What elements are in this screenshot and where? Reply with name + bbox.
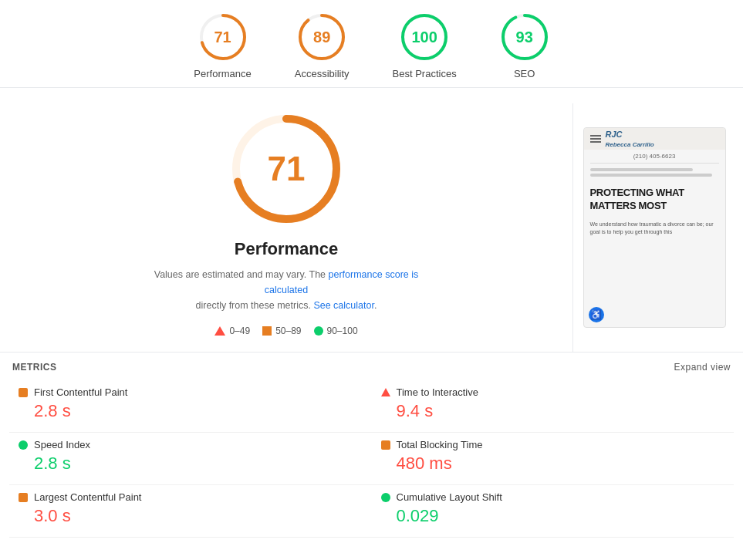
metrics-section: METRICS Expand view First Contentful Pai… — [0, 352, 743, 538]
accessibility-label: Accessibility — [295, 68, 350, 79]
fcp-icon — [19, 388, 28, 397]
accessibility-circle: 89 — [297, 12, 346, 62]
score-item-accessibility[interactable]: 89 Accessibility — [273, 12, 371, 79]
good-range: 90–100 — [327, 326, 358, 336]
legend-good: 90–100 — [314, 326, 358, 336]
tti-icon — [381, 388, 390, 396]
tti-label: Time to Interactive — [397, 386, 478, 398]
desc-mid2: directly from these metrics. — [196, 300, 311, 311]
main-content: 71 Performance Values are estimated and … — [0, 88, 743, 352]
tbt-label: Total Blocking Time — [397, 439, 483, 450]
si-value: 2.8 s — [19, 454, 363, 474]
accessibility-score: 89 — [313, 29, 330, 46]
metrics-title: METRICS — [12, 362, 57, 373]
best-practices-score: 100 — [411, 29, 437, 46]
cls-label: Cumulative Layout Shift — [397, 491, 502, 503]
screenshot-divider — [590, 163, 719, 164]
best-practices-label: Best Practices — [393, 68, 457, 79]
big-performance-circle: 71 — [228, 111, 344, 227]
screenshot-lines — [584, 165, 725, 182]
good-icon — [314, 326, 323, 336]
seo-circle: 93 — [500, 12, 549, 62]
si-label: Speed Index — [34, 439, 90, 450]
average-icon — [262, 326, 272, 336]
tbt-value: 480 ms — [381, 454, 725, 474]
left-panel: 71 Performance Values are estimated and … — [0, 103, 572, 352]
big-performance-score: 71 — [268, 150, 306, 188]
metric-tbt-header: Total Blocking Time — [381, 439, 725, 450]
hamburger-icon — [590, 135, 601, 143]
fail-icon — [214, 326, 225, 336]
screenshot-nav: RJCRebecca Carrillo — [584, 128, 725, 150]
performance-title: Performance — [235, 239, 339, 259]
seo-score: 93 — [516, 29, 533, 46]
score-bar: 71 Performance 89 Accessibility 100 Best… — [0, 0, 743, 88]
metric-si: Speed Index 2.8 s — [9, 433, 372, 485]
score-item-seo[interactable]: 93 SEO — [478, 12, 571, 79]
legend-fail: 0–49 — [214, 326, 250, 336]
fcp-value: 2.8 s — [19, 401, 363, 421]
calculator-link[interactable]: See calculator — [313, 300, 374, 311]
metric-tti: Time to Interactive 9.4 s — [372, 380, 735, 433]
si-icon — [19, 440, 28, 450]
performance-label: Performance — [194, 68, 251, 79]
metric-lcp-header: Largest Contentful Paint — [19, 491, 363, 503]
performance-description: Values are estimated and may vary. The p… — [151, 267, 421, 313]
score-item-best-practices[interactable]: 100 Best Practices — [371, 12, 478, 79]
lcp-label: Largest Contentful Paint — [34, 491, 141, 503]
performance-score: 71 — [214, 29, 231, 46]
page-screenshot: RJCRebecca Carrillo (210) 405-6623 PROTE… — [583, 127, 726, 328]
lcp-value: 3.0 s — [19, 506, 363, 526]
seo-label: SEO — [514, 68, 535, 79]
performance-circle: 71 — [198, 12, 248, 62]
line1 — [590, 168, 694, 171]
metrics-grid: First Contentful Paint 2.8 s Time to Int… — [9, 380, 734, 538]
metric-lcp: Largest Contentful Paint 3.0 s — [9, 485, 372, 538]
expand-view-button[interactable]: Expand view — [674, 362, 731, 373]
fail-range: 0–49 — [229, 326, 250, 336]
metric-tti-header: Time to Interactive — [381, 386, 725, 398]
cls-icon — [381, 493, 390, 502]
average-range: 50–89 — [275, 326, 301, 336]
screenshot-phone: (210) 405-6623 — [584, 150, 725, 161]
metric-fcp: First Contentful Paint 2.8 s — [9, 380, 372, 433]
lcp-icon — [19, 493, 28, 502]
right-panel: RJCRebecca Carrillo (210) 405-6623 PROTE… — [573, 103, 743, 352]
fcp-label: First Contentful Paint — [34, 386, 127, 398]
score-legend: 0–49 50–89 90–100 — [214, 326, 357, 336]
metrics-header: METRICS Expand view — [9, 353, 734, 380]
metric-si-header: Speed Index — [19, 439, 363, 450]
screenshot-sub: We understand how traumatic a divorce ca… — [584, 218, 725, 239]
desc-text: Values are estimated and may vary. The — [154, 269, 326, 280]
best-practices-circle: 100 — [400, 12, 449, 62]
metric-fcp-header: First Contentful Paint — [19, 386, 363, 398]
site-logo: RJCRebecca Carrillo — [606, 130, 654, 148]
tti-value: 9.4 s — [381, 401, 725, 421]
tbt-icon — [381, 440, 390, 450]
metric-cls-header: Cumulative Layout Shift — [381, 491, 725, 503]
line2 — [590, 174, 713, 177]
cls-value: 0.029 — [381, 506, 725, 526]
screenshot-hero: PROTECTING WHAT MATTERS MOST — [584, 182, 725, 218]
legend-average: 50–89 — [262, 326, 301, 336]
metric-cls: Cumulative Layout Shift 0.029 — [372, 485, 735, 538]
accessibility-icon: ♿ — [589, 307, 604, 322]
score-item-performance[interactable]: 71 Performance — [172, 12, 272, 79]
metric-tbt: Total Blocking Time 480 ms — [372, 433, 735, 485]
